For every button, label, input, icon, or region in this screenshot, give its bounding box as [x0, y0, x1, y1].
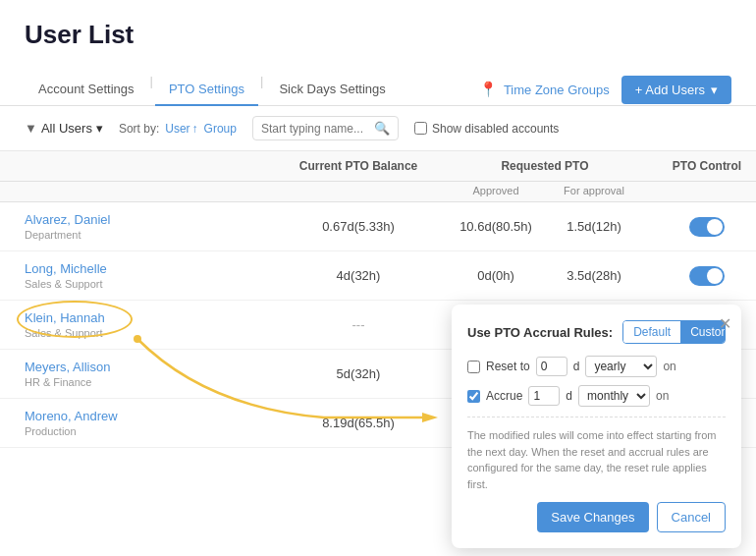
sort-label: Sort by:: [119, 122, 159, 136]
approved-pto-long: 0d(0h): [447, 268, 545, 283]
current-pto-klein: ---: [270, 317, 447, 332]
for-approval-alvarez: 1.5d(12h): [545, 219, 643, 234]
timezone-label: Time Zone Groups: [504, 83, 610, 97]
user-dept-moreno: Production: [25, 425, 270, 437]
col-requested-pto: Requested PTO: [447, 159, 643, 173]
toolbar: ▼ All Users ▾ Sort by: User ↑ Group 🔍 Sh…: [0, 106, 756, 151]
accrue-checkbox[interactable]: [467, 390, 480, 403]
popup-tab-default[interactable]: Default: [623, 321, 680, 343]
reset-label: Reset to: [486, 360, 530, 373]
user-dept-alvarez: Department: [25, 229, 270, 241]
close-icon: ✕: [719, 315, 731, 332]
current-pto-meyers: 5d(32h): [270, 366, 447, 381]
approved-pto-alvarez: 10.6d(80.5h): [447, 219, 545, 234]
accrue-frequency[interactable]: monthly yearly: [578, 385, 650, 407]
show-disabled-checkbox[interactable]: [414, 122, 427, 135]
page-header: User List: [0, 0, 756, 74]
search-box: 🔍: [252, 116, 399, 140]
current-pto-alvarez: 0.67d(5.33h): [270, 219, 447, 234]
table-row: Long, Michelle Sales & Support 4d(32h) 0…: [0, 251, 756, 301]
user-dept-klein: Sales & Support: [25, 327, 270, 339]
cancel-button[interactable]: Cancel: [657, 502, 726, 532]
user-name-alvarez[interactable]: Alvarez, Daniel: [25, 212, 270, 227]
accrue-unit: d: [566, 389, 572, 403]
sub-for-approval: For approval: [545, 185, 643, 196]
page: User List Account Settings | PTO Setting…: [0, 0, 756, 556]
filter-icon: ▼: [25, 121, 37, 136]
search-icon: 🔍: [374, 121, 390, 136]
page-title: User List: [25, 20, 731, 50]
timezone-groups-button[interactable]: 📍 Time Zone Groups: [479, 81, 610, 98]
chevron-down-icon: ▾: [711, 83, 718, 97]
col-pto-control: PTO Control: [643, 159, 756, 173]
reset-checkbox[interactable]: [467, 361, 480, 373]
user-name-meyers[interactable]: Meyers, Allison: [25, 360, 270, 374]
nav-tabs-left: Account Settings | PTO Settings | Sick D…: [25, 74, 400, 105]
current-pto-moreno: 8.19d(65.5h): [270, 416, 447, 430]
save-changes-button[interactable]: Save Changes: [537, 502, 648, 532]
col-current-pto: Current PTO Balance: [270, 159, 447, 173]
sub-approved: Approved: [447, 185, 545, 196]
col-name: [25, 159, 270, 173]
reset-value[interactable]: [536, 357, 567, 376]
toggle-alvarez[interactable]: [689, 217, 725, 237]
filter-label: All Users: [41, 121, 92, 136]
search-input[interactable]: [261, 122, 369, 136]
popup-description: The modified rules will come into effect…: [467, 417, 726, 492]
table-header: Current PTO Balance Requested PTO PTO Co…: [0, 151, 756, 182]
accrue-suffix: on: [656, 389, 669, 403]
user-name-moreno[interactable]: Moreno, Andrew: [25, 409, 270, 423]
popup-actions: Save Changes Cancel: [467, 502, 726, 532]
show-disabled-text: Show disabled accounts: [432, 122, 559, 136]
user-name-long[interactable]: Long, Michelle: [25, 261, 270, 276]
sort-section: Sort by: User ↑ Group: [119, 122, 237, 136]
accrue-label: Accrue: [486, 389, 522, 403]
user-name-klein[interactable]: Klein, Hannah: [25, 310, 105, 325]
add-users-button[interactable]: + Add Users ▾: [621, 76, 731, 104]
tab-pto-settings[interactable]: PTO Settings: [155, 74, 258, 106]
popup-tabs: Default Custom: [622, 320, 726, 344]
popup-title-row: Use PTO Accrual Rules: Default Custom: [467, 320, 726, 344]
rule-accrue: Accrue d monthly yearly on: [467, 385, 726, 407]
tab-sick-days[interactable]: Sick Days Settings: [265, 74, 399, 106]
tab-account-settings[interactable]: Account Settings: [25, 74, 148, 106]
accrue-value[interactable]: [528, 386, 560, 406]
table-row: Alvarez, Daniel Department 0.67d(5.33h) …: [0, 202, 756, 251]
filter-button[interactable]: ▼ All Users ▾: [25, 121, 103, 136]
sort-by-user[interactable]: User ↑: [165, 122, 197, 136]
popup-title: Use PTO Accrual Rules:: [467, 325, 613, 340]
sort-by-group[interactable]: Group: [204, 122, 237, 136]
reset-suffix: on: [663, 360, 675, 373]
current-pto-long: 4d(32h): [270, 268, 447, 283]
toggle-long[interactable]: [689, 266, 725, 286]
reset-frequency[interactable]: yearly monthly: [585, 356, 657, 377]
user-dept-long: Sales & Support: [25, 278, 270, 290]
nav-tabs: Account Settings | PTO Settings | Sick D…: [0, 74, 756, 106]
location-icon: 📍: [479, 81, 498, 98]
nav-tabs-right: 📍 Time Zone Groups + Add Users ▾: [479, 76, 731, 104]
popup-close-button[interactable]: ✕: [719, 314, 731, 333]
show-disabled-label[interactable]: Show disabled accounts: [414, 122, 559, 136]
add-users-label: + Add Users: [635, 83, 705, 97]
rule-reset: Reset to d yearly monthly on: [467, 356, 726, 377]
table-sub-header: Approved For approval: [0, 182, 756, 202]
popup-accrual-rules: ✕ Use PTO Accrual Rules: Default Custom …: [452, 305, 741, 548]
for-approval-long: 3.5d(28h): [545, 268, 643, 283]
reset-unit: d: [573, 360, 580, 373]
user-dept-meyers: HR & Finance: [25, 376, 270, 388]
